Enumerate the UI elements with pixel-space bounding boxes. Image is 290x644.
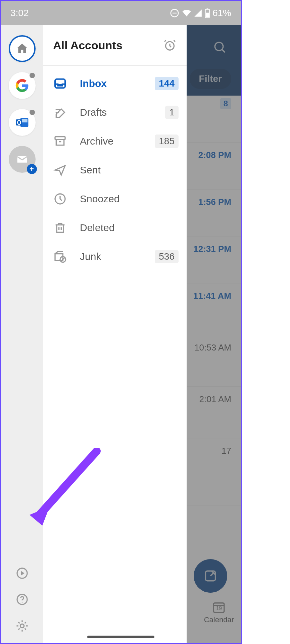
svg-rect-3	[206, 8, 208, 9]
drawer-title: All Accounts	[53, 39, 123, 52]
folder-label: Junk	[80, 251, 142, 262]
folder-deleted[interactable]: Deleted	[43, 213, 187, 242]
home-indicator	[87, 636, 154, 638]
add-account-button[interactable]: +	[9, 146, 36, 173]
outlook-icon	[15, 115, 29, 129]
alarm-icon[interactable]	[163, 39, 177, 52]
battery-icon	[204, 8, 210, 18]
clock-icon	[53, 192, 67, 206]
folder-label: Drafts	[80, 107, 152, 118]
plus-icon: +	[27, 164, 37, 174]
folder-list: Inbox 144 Drafts 1 Archive 185 Sent	[43, 66, 187, 274]
google-icon	[15, 78, 29, 93]
folder-label: Deleted	[80, 222, 179, 233]
folder-panel: All Accounts Inbox 144 Drafts 1 Archive	[43, 25, 187, 643]
svg-rect-21	[55, 137, 65, 140]
account-rail: +	[1, 25, 43, 643]
folder-sent[interactable]: Sent	[43, 156, 187, 184]
folder-drafts[interactable]: Drafts 1	[43, 98, 187, 127]
pencil-icon	[53, 106, 67, 119]
trash-icon	[53, 221, 67, 234]
folder-label: Inbox	[80, 78, 142, 89]
nav-drawer: + All Accounts Inbox 144	[1, 25, 187, 643]
outlook-account-button[interactable]	[9, 109, 36, 136]
signal-icon	[194, 9, 202, 17]
dnd-icon	[170, 8, 180, 18]
svg-rect-11	[21, 119, 27, 123]
folder-count: 1	[165, 106, 179, 119]
folder-label: Snoozed	[80, 193, 179, 205]
status-time: 3:02	[10, 8, 29, 18]
mail-icon	[16, 153, 29, 166]
svg-marker-15	[21, 571, 24, 575]
wifi-icon	[182, 8, 192, 18]
svg-point-18	[20, 624, 24, 628]
folder-inbox[interactable]: Inbox 144	[43, 69, 187, 98]
folder-label: Sent	[80, 164, 179, 176]
archive-icon	[53, 135, 67, 148]
folder-archive[interactable]: Archive 185	[43, 127, 187, 156]
gear-icon[interactable]	[15, 619, 29, 633]
home-account-button[interactable]	[9, 35, 36, 62]
send-icon	[53, 163, 67, 177]
svg-point-17	[21, 602, 22, 603]
svg-rect-4	[206, 13, 209, 17]
folder-count: 536	[155, 250, 179, 263]
help-icon[interactable]	[15, 593, 29, 606]
folder-count: 144	[155, 77, 179, 90]
folder-junk[interactable]: Junk 536	[43, 242, 187, 271]
folder-count: 185	[155, 135, 179, 148]
folder-label: Archive	[80, 136, 142, 147]
scrim[interactable]	[187, 25, 241, 643]
notification-dot	[30, 110, 35, 115]
notification-dot	[30, 73, 35, 78]
folder-header: All Accounts	[43, 25, 187, 66]
junk-icon	[53, 250, 67, 263]
status-bar: 3:02 61%	[1, 1, 241, 25]
tray-icon	[53, 77, 67, 90]
home-icon	[15, 42, 29, 55]
play-icon[interactable]	[15, 567, 29, 580]
folder-snoozed[interactable]: Snoozed	[43, 184, 187, 213]
google-account-button[interactable]	[9, 72, 36, 99]
battery-percent: 61%	[212, 8, 231, 18]
